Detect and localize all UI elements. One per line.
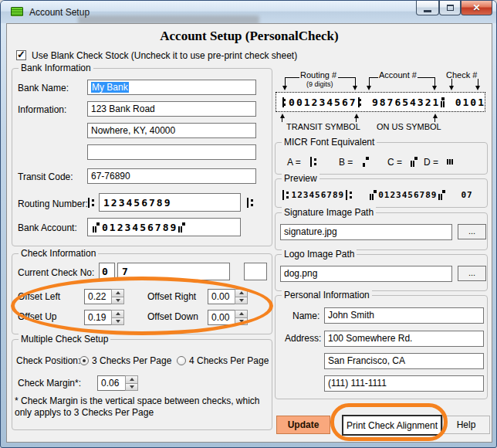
micr-dash-symbol [445,157,455,167]
routing-number-diagram-label: Routing # [300,70,336,80]
close-icon: ✕ [472,2,480,13]
signature-browse-button[interactable]: ... [458,224,486,239]
bracket-line [338,77,356,78]
use-blank-check-stock-checkbox[interactable]: ✓ [16,50,26,60]
bank-info-line1-input[interactable]: 123 Bank Road [87,101,256,117]
offset-up-input[interactable]: 0.19 [84,310,112,325]
micr-amount-symbol [360,157,370,167]
micr-font-equivalent-group: MICR Font Equivalent [275,142,488,175]
logo-browse-button[interactable]: ... [458,266,486,281]
routing-number-label: Routing Number: [18,199,88,209]
arrow-up-icon [280,114,285,118]
routing-number-input[interactable]: 123456789 [99,193,241,212]
minimize-button[interactable] [416,1,439,15]
signature-path-input[interactable]: signature.jpg [280,224,452,240]
spin-down-button[interactable] [235,318,248,326]
spin-up-button[interactable] [235,289,248,297]
arrow-down-icon [239,299,244,302]
spin-down-button[interactable] [111,297,124,305]
check-margin-spinner [125,375,138,391]
close-button[interactable]: ✕ [461,1,492,15]
page-title: Account Setup (PersonalCheck) [7,29,492,44]
maximize-icon [447,5,454,11]
offset-left-spinner [111,289,124,304]
checkmark-icon: ✓ [17,49,25,60]
offset-down-label: Offset Down [147,311,198,322]
arrow-down-icon [475,86,480,90]
arrow-down-icon [367,86,371,90]
logo-path-input[interactable]: dog.png [280,266,452,282]
micr-d-label: D = [424,157,438,168]
spin-up-button[interactable] [235,310,248,318]
bank-name-label: Bank Name: [18,83,69,93]
radio-4-checks-per-page[interactable] [177,356,186,365]
signature-image-path-title: Signature Image Path [282,207,376,218]
arrow-down-icon [130,385,134,389]
check-no-suffix-input[interactable] [244,263,267,280]
arrow-up-icon [116,291,120,294]
micr-c-label: C = [387,157,402,168]
arrow-up-icon [239,291,244,294]
address-label: Address: [285,333,321,344]
bank-account-label: Bank Account: [18,222,77,233]
help-button[interactable]: Help [442,416,490,434]
micr-onus-symbol [409,157,419,167]
maximize-button[interactable] [439,1,461,15]
arrow-down-icon [239,320,244,323]
radio-4-checks-label: 4 Checks Per Page [189,355,269,366]
multiple-check-setup-group-title: Multiple Check Setup [19,334,110,344]
radio-3-checks-label: 3 Checks Per Page [92,355,171,366]
micr-a-label: A = [287,157,301,168]
address-line2-input[interactable]: San Francisco, CA [324,353,484,369]
arrow-up-icon [116,312,120,315]
offset-left-label: Offset Left [18,291,60,302]
spin-down-button[interactable] [111,318,124,326]
address-line3-input[interactable]: (111) 111-1111 [324,375,484,392]
preview-title: Preview [282,173,320,184]
arrow-up-icon [433,114,438,118]
spin-down-button[interactable] [235,297,248,305]
bracket-line [369,77,378,78]
arrow-down-icon [116,299,120,302]
offset-down-input[interactable]: 0.00 [208,310,235,325]
bank-account-input[interactable]: 0123456789 [87,218,241,236]
address-line1-input[interactable]: 100 Somewhere Rd. [324,331,484,347]
offset-right-input[interactable]: 0.00 [208,289,235,304]
bracket-line [286,77,299,78]
check-position-label: Check Position: [16,355,80,366]
transit-code-input[interactable]: 67-76890 [87,168,256,184]
check-margin-note-line1: * Check Margin is the vertical space bet… [15,395,259,406]
spin-down-button[interactable] [125,384,138,392]
offset-left-input[interactable]: 0.22 [84,289,112,304]
transit-symbol-caption: TRANSIT SYMBOL [286,122,360,131]
selected-text: My Bank [91,82,129,93]
bank-name-input[interactable]: My Bank [87,80,256,95]
current-check-no-input[interactable]: 7 [117,263,230,280]
offset-up-spinner [111,310,124,325]
account-setup-window: Account Setup ✕ Account Setup (PersonalC… [0,0,497,448]
check-margin-input[interactable]: 0.06 [97,375,126,391]
radio-3-checks-per-page[interactable] [79,356,89,365]
transit-symbol-left [86,198,96,208]
arrow-down-icon [282,86,287,90]
use-blank-check-stock-label: Use Blank Check Stock (Uncheck it to use… [32,50,297,61]
update-button[interactable]: Update [276,416,330,434]
bank-info-line2-input[interactable]: Nowhere, KY, 40000 [87,123,256,138]
micr-transit-symbol [309,157,319,167]
spin-up-button[interactable] [111,310,124,318]
spin-up-button[interactable] [111,289,124,297]
offset-right-label: Offset Right [147,291,196,302]
check-no-prefix-input[interactable]: 0 [99,263,115,280]
transit-code-label: Transit Code: [18,171,73,182]
check-margin-label: Check Margin*: [18,378,81,389]
bank-info-line3-input[interactable] [87,144,256,160]
arrow-down-icon [116,320,120,323]
print-check-alignment-button[interactable]: Print Check Alignment [342,415,442,436]
name-input[interactable]: John Smith [324,307,484,324]
name-label: Name: [292,311,320,321]
micr-b-label: B = [339,157,353,168]
spin-up-button[interactable] [125,375,138,384]
offset-up-label: Offset Up [18,311,56,322]
micr-font-equivalent-title: MICR Font Equivalent [282,137,377,148]
arrow-up-icon [239,312,244,315]
